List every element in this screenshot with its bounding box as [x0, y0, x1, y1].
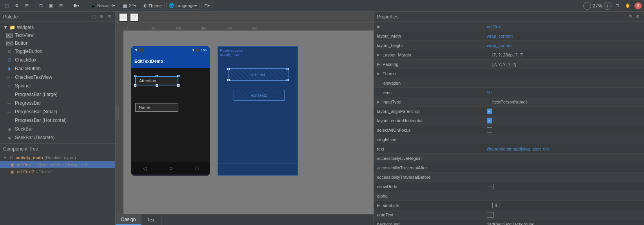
edittext-widget-1[interactable]: Attention	[135, 76, 178, 85]
prop-name-autolink: autoLink	[383, 203, 492, 208]
tree-item-activity[interactable]: ▼ ⊡ activity_main (RelativeLayout)	[0, 154, 115, 161]
bp-handle-tr[interactable]	[287, 68, 289, 70]
prop-icon-autotext[interactable]: —	[487, 212, 494, 218]
fit-btn[interactable]: ⊡	[613, 2, 621, 9]
canvas-workspace[interactable]: ▼ ⬛ ▼ ⬛ 6:00 EditTextDemo Attenti	[123, 31, 374, 214]
language-dropdown[interactable]: 🌐 Language▾	[166, 2, 200, 9]
palette-item-button[interactable]: OK Button	[0, 39, 115, 47]
palette-item-spinner[interactable]: ≡ Spinner	[0, 82, 115, 90]
zoom-in-btn[interactable]: +	[604, 2, 611, 10]
handle-t[interactable]	[156, 75, 158, 77]
prop-row-padding: ▶ Padding [?, ?, ?, ?, ?]	[374, 60, 644, 69]
panel-resize-handle[interactable]	[116, 105, 119, 120]
prop-checkbox-centerhorizontal[interactable]: ✓	[487, 118, 492, 123]
palette-item-progressbar-large[interactable]: — ProgressBar (Large)	[0, 90, 115, 99]
prop-name-accessibility-before: accessibilityTraversalBefore	[377, 175, 487, 180]
togglebutton-label: ToggleButton	[15, 49, 42, 54]
orient-btn[interactable]: ⊟	[57, 2, 65, 9]
prop-value-layout-width[interactable]: wrap_content	[487, 34, 641, 38]
ruler-corner	[116, 23, 123, 31]
pan-btn[interactable]: ✋	[623, 2, 633, 9]
palette-item-progressbar[interactable]: — ProgressBar	[0, 99, 115, 107]
canvas-down-btn[interactable]: ▽	[130, 13, 139, 22]
zoom-out-btn[interactable]: −	[583, 2, 591, 10]
prop-value-ems[interactable]: 10	[487, 90, 641, 95]
prop-icon-autolink[interactable]: []	[492, 203, 499, 208]
checkbox-icon: ☑	[6, 57, 13, 63]
nav-home[interactable]: ○	[169, 165, 172, 171]
palette-item-togglebutton[interactable]: ⊡ ToggleButton	[0, 47, 115, 56]
shape-btn[interactable]: ⬟▾	[71, 2, 82, 9]
prop-value-text[interactable]: @android:string/dialog_alert_title	[487, 147, 641, 151]
checkedtextview-icon: ☑~	[6, 74, 13, 80]
tree-edittext2-label: editText2	[17, 169, 34, 174]
handle-br[interactable]	[177, 84, 180, 87]
ruler-200: 200	[176, 27, 181, 30]
prop-value-id[interactable]: editText	[487, 24, 641, 29]
bp-handle-bl[interactable]	[227, 79, 230, 81]
language-icon: 🌐	[169, 3, 174, 8]
prop-row-elevation: elevation	[374, 78, 644, 88]
prop-expand-theme[interactable]: ▶	[377, 71, 380, 76]
edittext-2-text: Name	[139, 105, 150, 110]
prop-checkbox-alignparenttop[interactable]: ✓	[487, 109, 492, 114]
prop-expand-margin[interactable]: ▶	[377, 53, 380, 57]
prop-expand-padding[interactable]: ▶	[377, 62, 380, 66]
copy-btn[interactable]: ⬚	[2, 2, 11, 9]
handle-tl[interactable]	[134, 75, 136, 77]
edittext-widget-2[interactable]: Name	[135, 103, 206, 112]
prop-value-layout-height[interactable]: wrap_content	[487, 43, 641, 48]
palette-item-textview[interactable]: Ab TextView	[0, 31, 115, 39]
nav-back[interactable]: ◁	[143, 165, 147, 171]
blueprint-widget-2[interactable]: editText2	[234, 90, 285, 101]
palette-item-progressbar-horizontal[interactable]: — ProgressBar (Horizontal)	[0, 116, 115, 125]
canvas-prev-btn[interactable]: ◁	[119, 13, 128, 22]
palette-item-checkedtextview[interactable]: ☑~ CheckedTextView	[0, 73, 115, 82]
component-tree-header: Component Tree	[0, 144, 115, 154]
prop-icon-allowundo[interactable]: —	[487, 184, 494, 189]
language-label: Language▾	[176, 3, 197, 8]
palette-item-checkbox[interactable]: ☑ CheckBox	[0, 56, 115, 64]
prop-minimize-icon[interactable]: ⊟	[627, 14, 633, 20]
handle-b[interactable]	[156, 84, 158, 87]
api-dropdown[interactable]: 🤖 24▾	[120, 2, 139, 9]
tab-text[interactable]: Text	[141, 214, 161, 225]
prop-checkbox-singleline[interactable]	[487, 137, 492, 142]
prop-settings-icon[interactable]: ⚙	[635, 14, 641, 20]
nav-recent[interactable]: □	[195, 165, 198, 171]
seekbar-discrete-label: SeekBar (Discrete)	[15, 135, 54, 140]
palette-copy-icon[interactable]: ⬚	[91, 14, 97, 20]
palette-item-radiobutton[interactable]: ◉ RadioButton	[0, 64, 115, 73]
bp-handle-br[interactable]	[287, 79, 289, 81]
button-label: Button	[15, 40, 29, 46]
app-title: EditTextDemo	[134, 59, 163, 64]
handle-tr[interactable]	[177, 75, 180, 77]
blueprint-view-btn[interactable]: ▣	[47, 2, 55, 9]
theme-dropdown[interactable]: ◐ Theme	[141, 2, 165, 9]
prop-name-alignparenttop: layout_alignParentTop	[377, 109, 487, 114]
prop-row-layout-margin: ▶ Layout_Margin [?, ?, 26dp, ?, ?]	[374, 50, 644, 60]
device-dropdown[interactable]: 📱 Nexus 4▾	[88, 2, 118, 9]
palette-item-progressbar-small[interactable]: — ProgressBar (Small)	[0, 107, 115, 116]
palette-item-seekbar[interactable]: ◉ SeekBar	[0, 125, 115, 133]
palette-search-icon[interactable]: ⚙	[98, 14, 105, 20]
prop-row-autotext: autoText —	[374, 210, 644, 220]
device-icon: 📱	[91, 3, 96, 8]
right-panel: Properties ⊟ ⚙ id editText layout_width …	[374, 12, 644, 225]
prop-checkbox-selectallonfocus[interactable]	[487, 127, 492, 133]
widgets-section-header[interactable]: ▼ 📁 Widgets	[0, 24, 115, 31]
prop-expand-inputtype[interactable]: ▶	[377, 100, 380, 104]
handle-bl[interactable]	[134, 84, 136, 87]
design-view-btn[interactable]: ⊡	[37, 2, 45, 9]
tab-design[interactable]: Design	[116, 214, 141, 225]
settings-btn[interactable]: ⚙	[13, 2, 21, 9]
tree-item-edittext2[interactable]: ▣ editText2 – "Name"	[0, 168, 115, 175]
palette-layout-icon[interactable]: ⊟	[106, 14, 112, 20]
panel-btn[interactable]: ⊟	[23, 2, 31, 9]
bp-handle-tl[interactable]	[227, 68, 230, 70]
orientation-dropdown[interactable]: ⊡▾	[201, 2, 213, 9]
palette-item-seekbar-discrete[interactable]: ◉ SeekBar (Discrete)	[0, 133, 115, 142]
blueprint-widget-1[interactable]: editText	[228, 68, 288, 81]
prop-expand-autolink[interactable]: ▶	[377, 203, 380, 207]
tree-item-edittext[interactable]: ▣ editText – "@android:string/dialog_ale…	[0, 161, 115, 168]
